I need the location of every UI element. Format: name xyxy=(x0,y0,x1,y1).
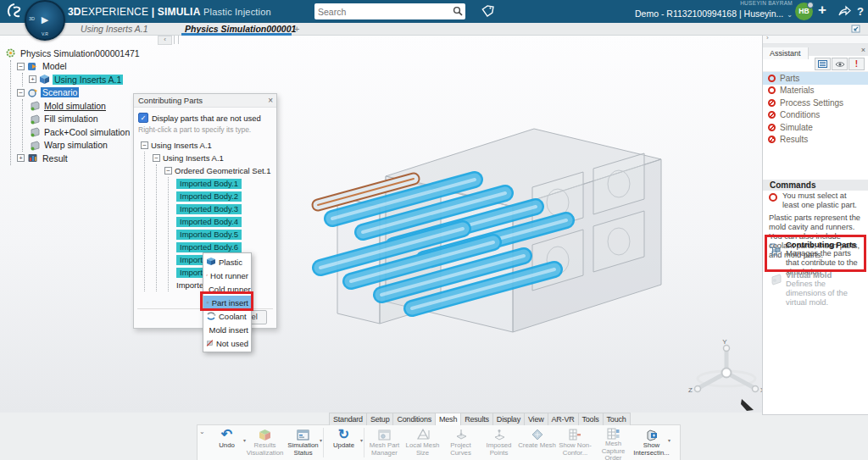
tab-mesh[interactable]: Mesh xyxy=(435,413,461,425)
tree-item-fill-simulation[interactable]: Fill simulation xyxy=(29,113,142,126)
parts-tree-body[interactable]: Imported Body.3 xyxy=(176,202,273,215)
no-entry-icon xyxy=(768,136,776,143)
command-virtual-mold[interactable]: Virtual Mold xyxy=(786,270,832,280)
session-selector[interactable]: Demo - R1132100994168 | Huseyin... xyxy=(619,9,793,19)
tree-item-root[interactable]: Physics Simulation000001471 xyxy=(5,47,142,60)
tab-touch[interactable]: Touch xyxy=(603,413,631,425)
local-mesh-size-button[interactable]: Local Mesh Size xyxy=(403,426,442,459)
parts-tree-node[interactable]: Using Inserts A.1 xyxy=(141,139,273,152)
create-mesh-button[interactable]: Create Mesh xyxy=(518,426,556,459)
assistant-panel: Assistant × ! Parts Materials Process Se… xyxy=(762,34,868,415)
splitter-handle[interactable] xyxy=(174,35,179,44)
tab-standard[interactable]: Standard xyxy=(329,413,367,425)
results-visualization-button[interactable]: Results Visualization xyxy=(246,426,284,459)
tree-item-result[interactable]: Result xyxy=(17,152,142,165)
user-name: HUSEYIN BAYRAM xyxy=(619,1,793,7)
menu-item-plastic[interactable]: Plastic xyxy=(203,255,251,269)
assistant-step-materials[interactable]: Materials xyxy=(763,85,868,97)
tab-tools[interactable]: Tools xyxy=(578,413,604,425)
imposed-points-button[interactable]: Imposed Points xyxy=(480,426,518,459)
tab-conditions[interactable]: Conditions xyxy=(392,413,436,425)
parts-tree-node[interactable]: Ordered Geometrical Set.1 xyxy=(164,164,273,177)
parts-tree-node[interactable]: Using Inserts A.1 xyxy=(153,152,273,164)
collapse-tree-button[interactable] xyxy=(158,36,172,45)
action-bar-tabs: Standard Setup Conditions Mesh Results D… xyxy=(329,413,630,425)
parts-tree-body[interactable]: Imported Body.6 xyxy=(176,241,273,253)
toolbar-divider xyxy=(364,428,364,457)
show-intersecting-button[interactable]: Show Intersectin... xyxy=(632,426,670,459)
help-button[interactable]: ? xyxy=(857,5,864,18)
tree-item-using-inserts[interactable]: Using Inserts A.1 xyxy=(29,73,142,86)
dassault-systemes-logo-icon xyxy=(6,2,25,20)
imposed-points-icon xyxy=(492,429,506,441)
project-curves-button[interactable]: Project Curves xyxy=(442,426,480,459)
menu-item-mold-insert[interactable]: Mold insert xyxy=(203,323,251,336)
assistant-step-results[interactable]: Results xyxy=(763,134,868,147)
tab-view[interactable]: View xyxy=(524,413,548,425)
menu-item-coolant[interactable]: Coolant xyxy=(203,309,251,323)
menu-item-hot-runner[interactable]: Hot runner xyxy=(203,269,251,282)
undo-button[interactable]: ↶ Undo xyxy=(208,426,246,459)
assistant-step-process-settings[interactable]: Process Settings xyxy=(763,97,868,109)
collapse-icon[interactable] xyxy=(17,63,25,70)
update-button[interactable]: ↻ Update xyxy=(325,426,363,459)
tree-item-mold-simulation[interactable]: Mold simulation xyxy=(29,99,142,113)
parts-tree-body[interactable]: Imported Body.5 xyxy=(176,228,273,241)
add-content-button[interactable]: + xyxy=(818,2,826,19)
scenario-icon xyxy=(27,87,38,98)
tree-item-packcool-simulation[interactable]: Pack+Cool simulation xyxy=(29,125,142,139)
simulation-status-button[interactable]: Simulation Status xyxy=(284,426,322,459)
tree-item-warp-simulation[interactable]: Warp simulation xyxy=(29,139,142,152)
new-tab-button[interactable]: + xyxy=(294,23,299,35)
tab-results[interactable]: Results xyxy=(460,413,493,425)
expand-icon[interactable] xyxy=(29,75,36,83)
tab-setup[interactable]: Setup xyxy=(366,413,394,425)
avatar[interactable]: HB xyxy=(795,3,813,20)
parts-tree-body[interactable]: Imported Body.2 xyxy=(176,190,273,202)
mesh-capture-order-button[interactable]: Mesh Capture Order xyxy=(594,426,632,459)
share-icon[interactable] xyxy=(837,4,851,17)
tab-ar-vr[interactable]: AR-VR xyxy=(548,413,579,425)
collapse-icon[interactable] xyxy=(17,89,25,97)
assistant-step-simulate[interactable]: Simulate xyxy=(763,121,868,134)
messages-exclamation-icon[interactable]: ! xyxy=(849,58,865,70)
chevron-down-icon[interactable] xyxy=(199,426,208,459)
menu-item-not-used[interactable]: Not used xyxy=(203,336,251,350)
close-icon[interactable]: × xyxy=(861,44,865,56)
mesh-part-manager-button[interactable]: Mesh Part Manager xyxy=(365,426,403,459)
collapse-icon[interactable] xyxy=(141,141,148,149)
tab-using-inserts[interactable]: Using Inserts A.1 xyxy=(81,23,148,35)
search-input[interactable] xyxy=(316,4,447,19)
user-session[interactable]: HUSEYIN BAYRAM Demo - R1132100994168 | H… xyxy=(619,1,793,19)
compass-3d-label: 3D xyxy=(29,16,35,21)
tag-icon[interactable] xyxy=(481,4,495,19)
assistant-step-conditions[interactable]: Conditions xyxy=(763,109,868,122)
parts-tree-body[interactable]: Imported Body.4 xyxy=(176,215,273,228)
checkbox-checked-icon[interactable] xyxy=(138,113,148,123)
mesh-part-manager-icon xyxy=(378,430,391,441)
tree-item-model[interactable]: Model xyxy=(17,60,142,74)
display-unused-checkbox-row[interactable]: Display parts that are not used xyxy=(138,113,272,123)
visibility-eye-icon[interactable] xyxy=(832,58,848,70)
search-icon[interactable] xyxy=(453,6,463,16)
parts-tree-body[interactable]: Imported Body.1 xyxy=(176,177,273,190)
3dexperience-compass[interactable]: ▶ 3D V.R xyxy=(25,0,65,41)
compass-vr-label: V.R xyxy=(42,31,48,36)
model-icon xyxy=(27,61,38,72)
close-icon[interactable]: × xyxy=(268,94,273,107)
no-entry-icon xyxy=(768,111,776,119)
simulation-case-icon xyxy=(29,140,40,151)
collapse-icon[interactable] xyxy=(153,154,160,162)
tree-item-scenario[interactable]: Scenario xyxy=(17,86,142,100)
expand-icon[interactable] xyxy=(17,154,25,162)
brand-title: 3DEXPERIENCE | SIMULIA Plastic Injection xyxy=(68,6,271,18)
restore-panel-icon[interactable] xyxy=(851,25,860,33)
collapse-icon[interactable] xyxy=(164,167,172,175)
list-view-icon[interactable] xyxy=(815,58,831,70)
axis-triad-icon[interactable]: Y Z X xyxy=(688,338,762,394)
axis-z-label: Z xyxy=(688,386,693,394)
assistant-step-parts[interactable]: Parts xyxy=(763,72,868,85)
tab-display[interactable]: Display xyxy=(492,413,525,425)
document-tab-bar: Using Inserts A.1 Physics Simulation0000… xyxy=(0,23,868,36)
show-non-conforming-button[interactable]: Show Non-Confor... xyxy=(556,426,594,459)
